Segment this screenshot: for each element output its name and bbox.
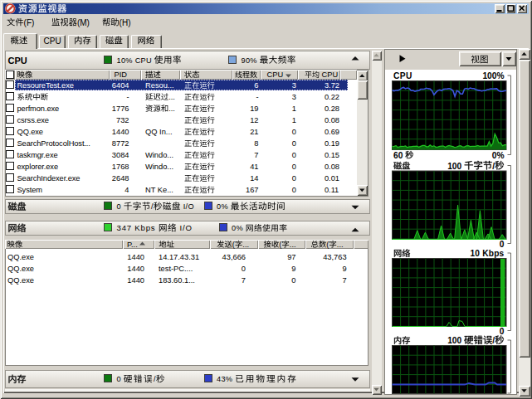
svg-text:167: 167 — [246, 186, 259, 194]
svg-text:0: 0 — [292, 128, 296, 136]
svg-text:Windo...: Windo... — [145, 151, 173, 159]
svg-text:732: 732 — [116, 116, 129, 124]
svg-text:0%: 0% — [492, 151, 505, 160]
svg-text:0%: 0% — [217, 202, 231, 211]
svg-text:I/O: I/O — [181, 202, 194, 211]
svg-text:14.17.43.31: 14.17.43.31 — [159, 253, 199, 261]
svg-text:19: 19 — [250, 105, 258, 113]
svg-text:1: 1 — [292, 116, 296, 124]
svg-text:CPU: CPU — [44, 36, 61, 46]
svg-text:(: ( — [326, 241, 329, 249]
svg-text:0: 0 — [291, 276, 295, 285]
svg-text:2648: 2648 — [112, 174, 129, 182]
svg-text:0.22: 0.22 — [325, 93, 339, 101]
svg-text:0: 0 — [292, 186, 296, 194]
svg-text:(M): (M) — [77, 18, 90, 27]
svg-text:41: 41 — [250, 163, 258, 171]
svg-text:ResoureTest.exe: ResoureTest.exe — [17, 81, 74, 90]
svg-text:0: 0 — [292, 163, 296, 171]
svg-text:QQ.exe: QQ.exe — [7, 253, 34, 261]
svg-text:9: 9 — [291, 265, 295, 273]
svg-text:(F): (F) — [24, 18, 35, 27]
svg-text:1440: 1440 — [127, 276, 144, 285]
svg-text:100: 100 — [447, 336, 464, 345]
svg-text:7: 7 — [242, 276, 246, 285]
svg-text:3: 3 — [292, 81, 296, 90]
svg-text:CPU: CPU — [320, 71, 338, 79]
svg-text:/: / — [154, 375, 156, 383]
svg-text:6: 6 — [254, 81, 258, 90]
svg-text:P...: P... — [127, 241, 138, 249]
svg-text:PID: PID — [115, 71, 128, 79]
svg-text:/: / — [151, 202, 154, 211]
svg-text:0.11: 0.11 — [325, 186, 339, 194]
svg-text:I/O: I/O — [177, 223, 193, 232]
svg-text:9: 9 — [342, 265, 346, 273]
svg-text:0: 0 — [242, 265, 246, 273]
svg-text:QQ.exe: QQ.exe — [17, 128, 43, 136]
svg-text:SearchProtocolHost...: SearchProtocolHost... — [17, 139, 90, 148]
svg-text:7: 7 — [254, 151, 258, 159]
svg-text:21: 21 — [250, 128, 258, 136]
svg-text:0.01: 0.01 — [325, 174, 339, 182]
svg-text:NT Ke...: NT Ke... — [145, 186, 173, 194]
svg-text:QQ.exe: QQ.exe — [7, 265, 34, 273]
svg-text:43,763: 43,763 — [323, 253, 346, 261]
svg-text:347 Kbps: 347 Kbps — [117, 223, 159, 232]
svg-text:0: 0 — [500, 240, 505, 249]
svg-text:1440: 1440 — [112, 128, 129, 136]
svg-text:1: 1 — [292, 105, 296, 113]
svg-text:taskmgr.exe: taskmgr.exe — [17, 151, 58, 159]
svg-text:CPU: CPU — [267, 71, 284, 79]
svg-text:Windo...: Windo... — [145, 163, 173, 171]
svg-text:csrss.exe: csrss.exe — [17, 116, 49, 124]
svg-text:0: 0 — [117, 375, 124, 383]
svg-text:100: 100 — [447, 162, 464, 171]
svg-text:60: 60 — [393, 151, 405, 160]
svg-text:...: ... — [242, 241, 249, 249]
svg-text:3084: 3084 — [112, 151, 129, 159]
svg-text:0: 0 — [292, 174, 296, 182]
svg-text:-: - — [126, 93, 129, 101]
svg-text:10 Kbps: 10 Kbps — [470, 249, 504, 258]
svg-text:Resou...: Resou... — [145, 81, 174, 90]
svg-text:4: 4 — [124, 186, 129, 194]
svg-text:0: 0 — [117, 202, 124, 211]
svg-text:-: - — [256, 93, 258, 101]
svg-text:1440: 1440 — [127, 253, 144, 261]
svg-text:183.60.1...: 183.60.1... — [159, 276, 195, 285]
svg-text:0: 0 — [292, 151, 296, 159]
svg-text:0.08: 0.08 — [325, 116, 339, 124]
svg-text:/: / — [492, 162, 495, 171]
svg-text:0: 0 — [292, 139, 296, 148]
svg-text:6404: 6404 — [112, 81, 129, 90]
svg-text:90%: 90% — [242, 56, 260, 65]
svg-text:3.72: 3.72 — [325, 81, 339, 90]
svg-text:0%: 0% — [232, 224, 246, 232]
svg-text:7: 7 — [342, 276, 346, 285]
svg-text:(H): (H) — [120, 18, 131, 27]
svg-text:perfmon.exe: perfmon.exe — [17, 105, 60, 113]
svg-text:...: ... — [290, 241, 296, 249]
svg-text:3: 3 — [292, 93, 296, 101]
svg-text:CPU: CPU — [8, 56, 27, 66]
svg-text:0.08: 0.08 — [325, 163, 339, 171]
svg-text:/: / — [492, 336, 495, 345]
svg-text:(: ( — [232, 241, 236, 249]
svg-text:...: ... — [168, 105, 175, 113]
svg-text:43%: 43% — [217, 375, 235, 383]
svg-text:14: 14 — [250, 174, 258, 182]
svg-text:0: 0 — [500, 327, 505, 336]
svg-text:test-PC....: test-PC.... — [159, 265, 193, 273]
svg-text:CPU: CPU — [393, 71, 412, 80]
svg-text:(: ( — [279, 241, 282, 249]
svg-text:100%: 100% — [482, 71, 504, 80]
svg-text:0.15: 0.15 — [325, 151, 339, 159]
svg-text:QQ In...: QQ In... — [145, 128, 173, 136]
svg-text:43,666: 43,666 — [222, 253, 246, 261]
svg-text:System: System — [17, 186, 43, 194]
svg-text:1768: 1768 — [112, 163, 129, 171]
svg-text:0.28: 0.28 — [325, 105, 339, 113]
svg-text:explorer.exe: explorer.exe — [17, 163, 58, 171]
svg-text:1776: 1776 — [112, 105, 129, 113]
